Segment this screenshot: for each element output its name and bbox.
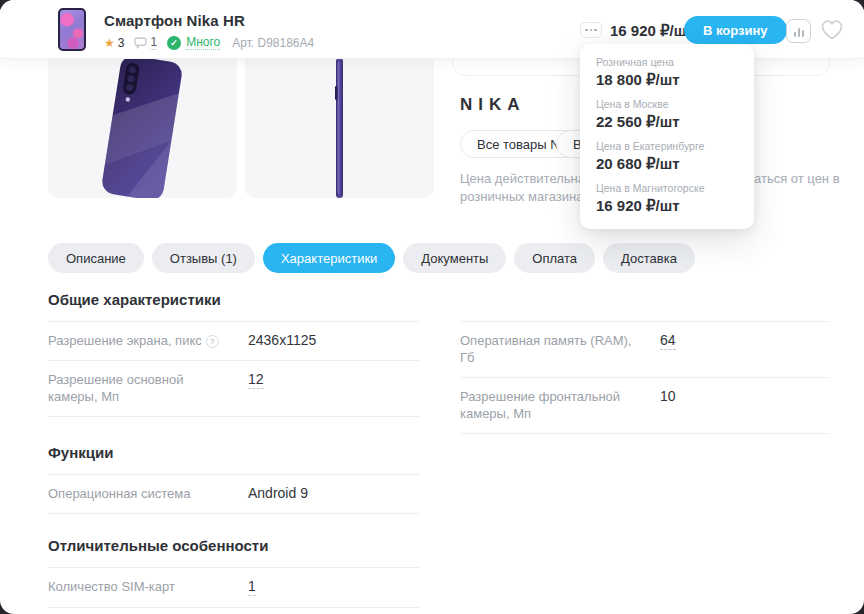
dot	[585, 29, 588, 32]
phone-side-image	[245, 58, 434, 198]
tab-characteristics[interactable]: Характеристики	[263, 243, 395, 273]
spec-value: 2436x1125	[248, 332, 316, 349]
help-icon[interactable]: ?	[206, 335, 219, 348]
dot	[594, 29, 597, 32]
spec-label: Операционная система	[48, 485, 248, 502]
section-title-functions: Функции	[48, 443, 420, 462]
favorite-heart-icon[interactable]	[819, 19, 845, 43]
spec-value-link[interactable]: 64	[660, 332, 676, 350]
price-disclaimer-line1-right: аться от цен в	[754, 171, 840, 186]
spec-label: Оперативная память (RAM), Гб	[460, 332, 660, 366]
price-label: Розничная цена	[596, 55, 738, 69]
section-title-general: Общие характеристики	[48, 290, 420, 309]
price-label: Цена в Магнитогорске	[596, 181, 738, 195]
spec-value: 10	[660, 388, 676, 422]
tab-documents[interactable]: Документы	[403, 243, 506, 273]
price-item-magnitogorsk: Цена в Магнитогорске 16 920 ₽/шт	[596, 181, 738, 215]
header-price: 16 920 ₽/шт	[610, 22, 694, 40]
stock-availability-link[interactable]: Много	[186, 35, 220, 50]
spec-row-main-camera: Разрешение основной камеры, Мп 12	[48, 360, 420, 417]
thumbnail-screen	[60, 10, 84, 49]
product-page-window: NIKA Все товары Nika В Цена действительн…	[0, 0, 864, 614]
spec-row-front-camera: Разрешение фронтальной камеры, Мп 10	[460, 377, 830, 434]
add-to-cart-button[interactable]: В корзину	[684, 16, 787, 44]
spec-label: Разрешение фронтальной камеры, Мп	[460, 388, 660, 422]
spec-label: Разрешение экрана, пикс	[48, 333, 202, 348]
price-value: 16 920 ₽/шт	[596, 196, 738, 215]
tab-reviews[interactable]: Отзывы (1)	[152, 243, 255, 273]
comment-icon	[134, 37, 147, 49]
price-label: Цена в Москве	[596, 97, 738, 111]
product-title: Смартфон Nika HR	[104, 12, 314, 29]
price-label: Цена в Екатеринбурге	[596, 139, 738, 153]
price-more-button[interactable]	[580, 22, 602, 38]
in-stock-check-icon: ✓	[167, 36, 181, 50]
product-tabs: Описание Отзывы (1) Характеристики Докум…	[48, 243, 695, 273]
spec-row-os: Операционная система Android 9	[48, 474, 420, 514]
price-item-retail: Розничная цена 18 800 ₽/шт	[596, 55, 738, 89]
star-icon: ★	[104, 36, 115, 50]
tab-delivery[interactable]: Доставка	[603, 243, 695, 273]
rating-value: 3	[118, 36, 125, 50]
tab-payment[interactable]: Оплата	[514, 243, 595, 273]
phone-back-image	[48, 58, 237, 198]
spec-value-link[interactable]: 1	[248, 578, 256, 596]
price-item-ekaterinburg: Цена в Екатеринбурге 20 680 ₽/шт	[596, 139, 738, 173]
price-value: 18 800 ₽/шт	[596, 70, 738, 89]
price-item-moscow: Цена в Москве 22 560 ₽/шт	[596, 97, 738, 131]
spec-label: Разрешение основной камеры, Мп	[48, 371, 248, 405]
spec-row-screen-resolution: Разрешение экрана, пикс? 2436x1125	[48, 321, 420, 360]
spec-value-link[interactable]: 12	[248, 371, 264, 389]
spec-value: Android 9	[248, 485, 308, 502]
reviews-count-link[interactable]: 1	[150, 35, 157, 50]
price-dropdown-panel: Розничная цена 18 800 ₽/шт Цена в Москве…	[580, 44, 754, 229]
product-sku: Арт. D98186A4	[232, 36, 314, 50]
price-disclaimer-line2: розничных магазинах	[460, 189, 590, 204]
dot	[590, 29, 593, 32]
spec-row-ram: Оперативная память (RAM), Гб 64	[460, 321, 830, 377]
spec-label: Количество SIM-карт	[48, 578, 248, 596]
tab-description[interactable]: Описание	[48, 243, 144, 273]
spec-row-sim-count: Количество SIM-карт 1	[48, 567, 420, 608]
product-photo-main[interactable]	[48, 58, 237, 198]
product-thumbnail[interactable]	[58, 8, 86, 51]
price-value: 22 560 ₽/шт	[596, 112, 738, 131]
brand-logo: NIKA	[460, 95, 526, 115]
product-photo-side[interactable]	[245, 58, 434, 198]
price-value: 20 680 ₽/шт	[596, 154, 738, 173]
compare-button[interactable]	[786, 19, 811, 43]
section-title-features: Отличительные особенности	[48, 536, 420, 555]
